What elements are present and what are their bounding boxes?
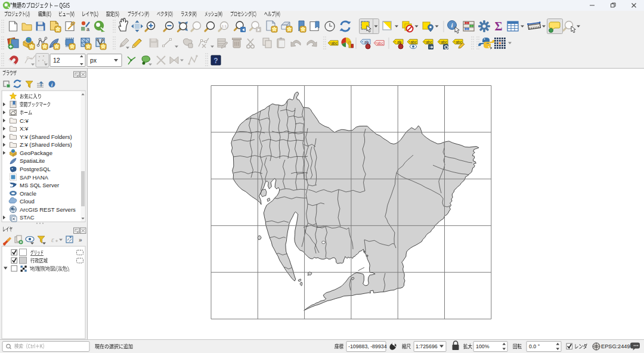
svg-text:STAC: STAC [20,214,35,221]
svg-text:abc: abc [410,40,417,44]
svg-text:Z:¥ (Shared Folders): Z:¥ (Shared Folders) [20,141,72,148]
svg-text:-109883, -89934: -109883, -89934 [348,343,387,349]
svg-text:EPSG:2449: EPSG:2449 [601,343,630,349]
svg-text:100%: 100% [476,343,490,349]
svg-text:0.0 °: 0.0 ° [529,343,540,349]
svg-text:1:1: 1:1 [222,24,227,28]
svg-text:Cloud: Cloud [20,198,35,205]
svg-text:abc: abc [426,40,432,44]
svg-text:C:¥: C:¥ [20,117,29,124]
svg-text:SAP HANA: SAP HANA [20,174,49,181]
svg-text:12: 12 [53,57,60,64]
svg-text:abc: abc [377,41,383,45]
svg-text:SpatiaLite: SpatiaLite [20,157,45,164]
svg-text:Y:¥ (Shared Folders): Y:¥ (Shared Folders) [20,134,72,140]
svg-text:?: ? [213,57,218,65]
svg-text:a: a [86,26,89,32]
svg-text:PostgreSQL: PostgreSQL [20,166,51,172]
svg-text:abc: abc [441,40,447,44]
svg-text:1:725696: 1:725696 [416,343,438,349]
svg-text:abc: abc [456,40,462,44]
svg-text:abc: abc [331,41,338,45]
svg-text:ε: ε [51,236,54,244]
svg-text:ArcGIS REST Servers: ArcGIS REST Servers [20,206,76,213]
svg-text:»: » [79,237,82,243]
svg-text:GeoPackage: GeoPackage [20,150,52,156]
svg-text:MS SQL Server: MS SQL Server [20,182,59,188]
svg-text:Oracle: Oracle [20,190,36,197]
svg-text:Σ: Σ [494,20,502,33]
svg-text:X:¥: X:¥ [20,125,29,132]
svg-text:px: px [90,57,97,64]
